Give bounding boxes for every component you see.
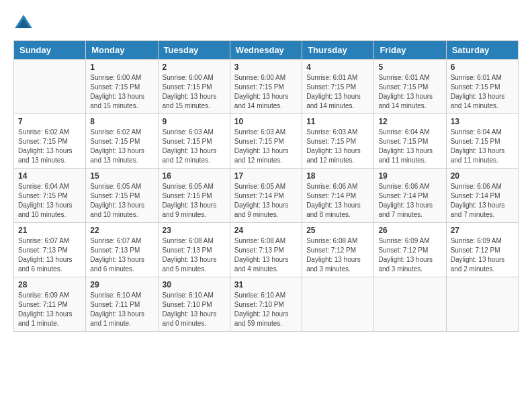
- calendar-cell: 24Sunrise: 6:08 AM Sunset: 7:13 PM Dayli…: [230, 223, 302, 277]
- day-number: 24: [234, 226, 298, 235]
- calendar-cell: 27Sunrise: 6:09 AM Sunset: 7:12 PM Dayli…: [446, 223, 518, 277]
- calendar-cell: [302, 277, 374, 332]
- day-number: 18: [306, 171, 369, 181]
- week-row-5: 28Sunrise: 6:09 AM Sunset: 7:11 PM Dayli…: [14, 277, 519, 332]
- day-number: 4: [306, 62, 369, 72]
- calendar-cell: 7Sunrise: 6:02 AM Sunset: 7:15 PM Daylig…: [14, 114, 86, 169]
- calendar-cell: 4Sunrise: 6:01 AM Sunset: 7:15 PM Daylig…: [302, 60, 374, 114]
- day-info: Sunrise: 6:09 AM Sunset: 7:12 PM Dayligh…: [378, 236, 441, 274]
- calendar-cell: 3Sunrise: 6:00 AM Sunset: 7:15 PM Daylig…: [230, 60, 302, 114]
- day-number: 16: [163, 171, 226, 181]
- day-info: Sunrise: 6:06 AM Sunset: 7:14 PM Dayligh…: [451, 182, 514, 220]
- calendar-cell: [14, 60, 86, 114]
- day-info: Sunrise: 6:08 AM Sunset: 7:13 PM Dayligh…: [163, 236, 226, 274]
- calendar-cell: 23Sunrise: 6:08 AM Sunset: 7:13 PM Dayli…: [158, 223, 230, 277]
- day-number: 3: [234, 62, 298, 72]
- day-info: Sunrise: 6:06 AM Sunset: 7:14 PM Dayligh…: [306, 182, 369, 220]
- day-number: 2: [163, 62, 226, 72]
- day-number: 20: [451, 171, 514, 181]
- day-info: Sunrise: 6:05 AM Sunset: 7:15 PM Dayligh…: [90, 182, 153, 220]
- day-number: 30: [163, 280, 226, 289]
- day-number: 28: [18, 280, 81, 289]
- week-row-4: 21Sunrise: 6:07 AM Sunset: 7:13 PM Dayli…: [14, 223, 519, 277]
- calendar-cell: 5Sunrise: 6:01 AM Sunset: 7:15 PM Daylig…: [374, 60, 446, 114]
- calendar-cell: 2Sunrise: 6:00 AM Sunset: 7:15 PM Daylig…: [158, 60, 230, 114]
- day-number: 22: [90, 226, 153, 235]
- week-row-1: 1Sunrise: 6:00 AM Sunset: 7:15 PM Daylig…: [14, 60, 519, 114]
- calendar-cell: [374, 277, 446, 332]
- week-row-2: 7Sunrise: 6:02 AM Sunset: 7:15 PM Daylig…: [14, 114, 519, 169]
- day-number: 8: [90, 117, 153, 126]
- day-number: 31: [234, 280, 298, 289]
- day-info: Sunrise: 6:00 AM Sunset: 7:15 PM Dayligh…: [90, 73, 153, 111]
- day-info: Sunrise: 6:05 AM Sunset: 7:14 PM Dayligh…: [234, 182, 298, 220]
- day-info: Sunrise: 6:02 AM Sunset: 7:15 PM Dayligh…: [90, 128, 153, 165]
- calendar-cell: 25Sunrise: 6:08 AM Sunset: 7:12 PM Dayli…: [302, 223, 374, 277]
- day-number: 9: [163, 117, 226, 126]
- calendar-cell: 26Sunrise: 6:09 AM Sunset: 7:12 PM Dayli…: [374, 223, 446, 277]
- calendar-cell: 28Sunrise: 6:09 AM Sunset: 7:11 PM Dayli…: [14, 277, 86, 332]
- day-info: Sunrise: 6:09 AM Sunset: 7:11 PM Dayligh…: [18, 291, 81, 328]
- day-info: Sunrise: 6:04 AM Sunset: 7:15 PM Dayligh…: [378, 128, 441, 165]
- calendar-table: SundayMondayTuesdayWednesdayThursdayFrid…: [13, 40, 519, 332]
- calendar-cell: 9Sunrise: 6:03 AM Sunset: 7:15 PM Daylig…: [158, 114, 230, 169]
- day-info: Sunrise: 6:05 AM Sunset: 7:15 PM Dayligh…: [163, 182, 226, 220]
- column-header-thursday: Thursday: [302, 41, 374, 60]
- calendar-cell: 29Sunrise: 6:10 AM Sunset: 7:11 PM Dayli…: [86, 277, 158, 332]
- day-number: 29: [90, 280, 153, 289]
- day-number: 14: [18, 171, 81, 181]
- calendar-header-row: SundayMondayTuesdayWednesdayThursdayFrid…: [14, 41, 519, 60]
- day-info: Sunrise: 6:10 AM Sunset: 7:10 PM Dayligh…: [234, 291, 298, 328]
- day-number: 1: [90, 62, 153, 72]
- day-number: 19: [378, 171, 441, 181]
- calendar-cell: 19Sunrise: 6:06 AM Sunset: 7:14 PM Dayli…: [374, 169, 446, 223]
- day-number: 6: [451, 62, 514, 72]
- calendar-cell: 8Sunrise: 6:02 AM Sunset: 7:15 PM Daylig…: [86, 114, 158, 169]
- day-info: Sunrise: 6:03 AM Sunset: 7:15 PM Dayligh…: [234, 128, 298, 165]
- day-number: 10: [234, 117, 298, 126]
- day-number: 21: [18, 226, 81, 235]
- calendar-cell: 14Sunrise: 6:04 AM Sunset: 7:15 PM Dayli…: [14, 169, 86, 223]
- day-info: Sunrise: 6:09 AM Sunset: 7:12 PM Dayligh…: [451, 236, 514, 274]
- calendar-cell: 30Sunrise: 6:10 AM Sunset: 7:10 PM Dayli…: [158, 277, 230, 332]
- calendar-cell: 21Sunrise: 6:07 AM Sunset: 7:13 PM Dayli…: [14, 223, 86, 277]
- day-number: 13: [451, 117, 514, 126]
- day-info: Sunrise: 6:08 AM Sunset: 7:12 PM Dayligh…: [306, 236, 369, 274]
- day-info: Sunrise: 6:02 AM Sunset: 7:15 PM Dayligh…: [18, 128, 81, 165]
- column-header-sunday: Sunday: [14, 41, 86, 60]
- day-number: 25: [306, 226, 369, 235]
- column-header-tuesday: Tuesday: [158, 41, 230, 60]
- column-header-friday: Friday: [374, 41, 446, 60]
- day-number: 5: [378, 62, 441, 72]
- calendar-cell: 22Sunrise: 6:07 AM Sunset: 7:13 PM Dayli…: [86, 223, 158, 277]
- day-number: 27: [451, 226, 514, 235]
- day-info: Sunrise: 6:07 AM Sunset: 7:13 PM Dayligh…: [90, 236, 153, 274]
- day-info: Sunrise: 6:07 AM Sunset: 7:13 PM Dayligh…: [18, 236, 81, 274]
- logo-icon: [13, 13, 34, 34]
- day-info: Sunrise: 6:03 AM Sunset: 7:15 PM Dayligh…: [163, 128, 226, 165]
- day-number: 23: [163, 226, 226, 235]
- day-number: 15: [90, 171, 153, 181]
- page-header: [13, 13, 519, 34]
- calendar-cell: 15Sunrise: 6:05 AM Sunset: 7:15 PM Dayli…: [86, 169, 158, 223]
- day-number: 26: [378, 226, 441, 235]
- day-number: 7: [18, 117, 81, 126]
- day-info: Sunrise: 6:06 AM Sunset: 7:14 PM Dayligh…: [378, 182, 441, 220]
- day-info: Sunrise: 6:10 AM Sunset: 7:11 PM Dayligh…: [90, 291, 153, 328]
- column-header-wednesday: Wednesday: [230, 41, 302, 60]
- day-number: 17: [234, 171, 298, 181]
- day-info: Sunrise: 6:01 AM Sunset: 7:15 PM Dayligh…: [451, 73, 514, 111]
- calendar-cell: 10Sunrise: 6:03 AM Sunset: 7:15 PM Dayli…: [230, 114, 302, 169]
- day-number: 12: [378, 117, 441, 126]
- calendar-cell: 12Sunrise: 6:04 AM Sunset: 7:15 PM Dayli…: [374, 114, 446, 169]
- calendar-cell: 18Sunrise: 6:06 AM Sunset: 7:14 PM Dayli…: [302, 169, 374, 223]
- calendar-cell: 13Sunrise: 6:04 AM Sunset: 7:15 PM Dayli…: [446, 114, 518, 169]
- calendar-cell: [446, 277, 518, 332]
- calendar-cell: 20Sunrise: 6:06 AM Sunset: 7:14 PM Dayli…: [446, 169, 518, 223]
- calendar-cell: 1Sunrise: 6:00 AM Sunset: 7:15 PM Daylig…: [86, 60, 158, 114]
- calendar-body: 1Sunrise: 6:00 AM Sunset: 7:15 PM Daylig…: [14, 60, 519, 332]
- day-info: Sunrise: 6:03 AM Sunset: 7:15 PM Dayligh…: [306, 128, 369, 165]
- calendar-cell: 31Sunrise: 6:10 AM Sunset: 7:10 PM Dayli…: [230, 277, 302, 332]
- day-number: 11: [306, 117, 369, 126]
- day-info: Sunrise: 6:04 AM Sunset: 7:15 PM Dayligh…: [18, 182, 81, 220]
